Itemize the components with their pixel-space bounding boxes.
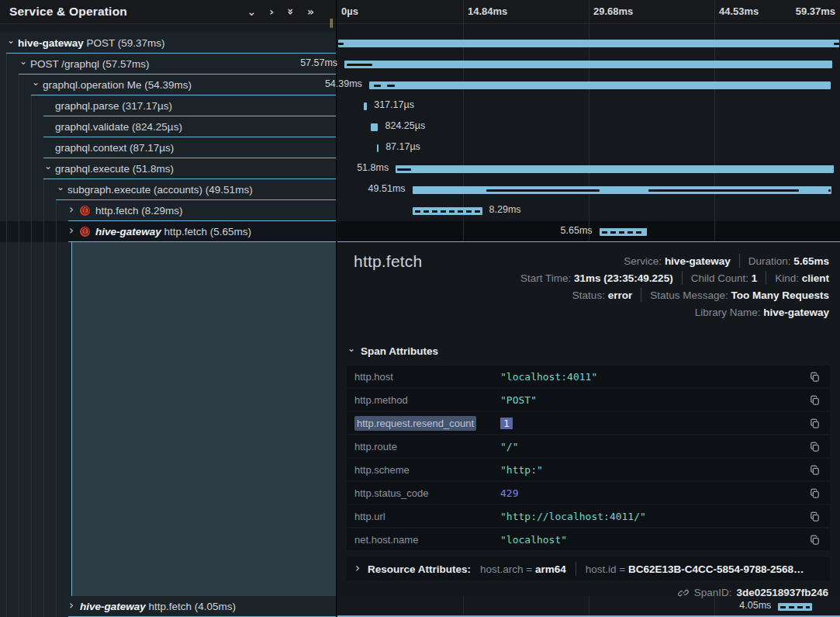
tree-row[interactable]: graphql.context (87.17µs)	[0, 137, 336, 158]
meta-line: Status: errorStatus Message: Too Many Re…	[520, 286, 829, 303]
span-detail-panel: http.fetch Service: hive-gatewayDuration…	[337, 242, 840, 596]
span-bar[interactable]	[600, 228, 647, 236]
copy-icon[interactable]	[807, 438, 822, 454]
span-id-value: 3de02518937fb246	[736, 587, 828, 598]
indent-guide	[19, 137, 31, 158]
resource-attributes-row[interactable]: Resource Attributes: host.arch = arm64ho…	[347, 557, 830, 581]
collapse-one-icon[interactable]: ⌄	[247, 6, 256, 17]
bar-child-mark	[387, 85, 395, 87]
chevron-down-icon[interactable]	[56, 185, 67, 194]
attribute-key: http.url	[354, 511, 500, 522]
meta-pair: Library Name: hive-gateway	[695, 305, 829, 319]
expand-all-icon[interactable]: »	[307, 6, 314, 17]
attribute-row[interactable]: http.method"POST"	[347, 389, 830, 411]
indent-guide	[31, 221, 43, 242]
attribute-row[interactable]: net.host.name"localhost"	[347, 529, 830, 550]
bar-child-mark	[834, 43, 839, 45]
bar-duration-label: 54.39ms	[325, 78, 362, 89]
span-label: graphql.operation Me (54.39ms)	[43, 79, 192, 91]
span-bar[interactable]	[369, 81, 831, 89]
attribute-key: net.host.name	[354, 534, 500, 546]
copy-icon[interactable]	[807, 485, 822, 501]
span-bar[interactable]	[778, 603, 812, 611]
panel-resize-handle[interactable]: ∥	[329, 17, 334, 28]
tree-spacer	[0, 24, 336, 33]
tree-row[interactable]: graphql.execute (51.8ms)	[0, 158, 336, 179]
bar-duration-label: 5.65ms	[561, 225, 593, 236]
copy-icon[interactable]	[807, 462, 822, 477]
bar-child-mark	[338, 43, 344, 45]
attribute-row[interactable]: http.scheme"http:"	[347, 459, 830, 480]
tree-row[interactable]: graphql.validate (824.25µs)	[0, 116, 336, 137]
attribute-row[interactable]: http.url"http://localhost:4011/"	[347, 505, 830, 527]
copy-icon[interactable]	[807, 415, 822, 431]
attribute-row[interactable]: http.route"/"	[347, 435, 830, 457]
indent-guide	[6, 137, 19, 158]
span-bar[interactable]	[413, 207, 482, 215]
indent-guide	[43, 179, 56, 200]
bar-duration-label: 87.17µs	[385, 141, 420, 152]
indent-guide	[6, 95, 19, 116]
copy-icon[interactable]	[807, 369, 822, 384]
attribute-value: "http://localhost:4011/"	[500, 511, 807, 522]
attribute-row[interactable]: http.request.resend_count1	[347, 412, 830, 434]
tree-row[interactable]: graphql.parse (317.17µs)	[0, 95, 336, 116]
indent-guide	[43, 221, 56, 242]
bar-duration-label: 51.8ms	[357, 162, 389, 173]
span-bar[interactable]	[364, 102, 368, 110]
chevron-down-icon[interactable]	[43, 164, 55, 173]
indent-guide	[19, 95, 31, 116]
attribute-row[interactable]: http.host"localhost:4011"	[347, 366, 830, 387]
span-label: hive-gateway POST (59.37ms)	[18, 37, 165, 49]
tree-row[interactable]: POST /graphql (57.57ms)	[0, 54, 336, 75]
span-label: subgraph.execute (accounts) (49.51ms)	[67, 184, 253, 196]
bar-child-mark	[648, 189, 799, 192]
tree-row[interactable]: hive-gateway POST (59.37ms)	[0, 33, 336, 54]
bar-duration-label: 317.17µs	[374, 99, 414, 110]
span-attributes-header[interactable]: Span Attributes	[347, 341, 830, 360]
chevron-right-icon[interactable]	[68, 226, 80, 237]
copy-icon[interactable]	[807, 392, 822, 407]
tree-row[interactable]: hive-gateway http.fetch (4.05ms)	[0, 596, 336, 617]
chevron-down-icon[interactable]	[19, 59, 30, 68]
chevron-down-icon[interactable]	[6, 38, 18, 47]
span-attributes-title: Span Attributes	[361, 345, 438, 357]
meta-pair: Start Time: 31ms (23:35:49.225)	[520, 271, 673, 285]
span-bar[interactable]	[377, 144, 379, 152]
indent-guide	[19, 179, 31, 200]
chevron-right-icon[interactable]	[68, 601, 80, 612]
bar-duration-label: 57.57ms	[300, 57, 337, 68]
copy-icon[interactable]	[807, 532, 822, 547]
indent-guide	[56, 221, 68, 242]
span-bar[interactable]	[344, 61, 832, 68]
attribute-row[interactable]: http.status_code429	[347, 482, 830, 504]
indent-guide	[6, 221, 19, 242]
indent-guide	[31, 116, 43, 137]
tree-header: Service & Operation ⌄ › » »	[0, 0, 336, 24]
indent-guide	[6, 75, 19, 95]
indent-guide	[6, 158, 19, 179]
timeline-panel: 0µs14.84ms29.68ms44.53ms59.37ms 57.57ms5…	[337, 0, 840, 617]
expand-one-icon[interactable]: ›	[269, 6, 274, 17]
indent-guide	[31, 242, 32, 596]
copy-icon[interactable]	[807, 508, 822, 524]
collapse-all-icon[interactable]: »	[285, 8, 296, 15]
meta-line: Start Time: 31ms (23:35:49.225)Child Cou…	[520, 269, 829, 286]
ruler-tick: 14.84ms	[468, 5, 507, 17]
tree-row[interactable]: http.fetch (8.29ms)	[0, 200, 336, 221]
chevron-right-icon[interactable]	[68, 205, 80, 217]
error-icon	[80, 206, 90, 216]
tree-row[interactable]: subgraph.execute (accounts) (49.51ms)	[0, 179, 336, 200]
bar-duration-label: 49.51ms	[368, 183, 406, 194]
indent-guide	[31, 137, 43, 158]
tree-row[interactable]: hive-gateway http.fetch (5.65ms)	[0, 221, 336, 242]
span-bar[interactable]	[338, 40, 840, 47]
chevron-down-icon[interactable]	[31, 80, 43, 89]
span-bar[interactable]	[371, 123, 379, 131]
span-label: hive-gateway http.fetch (4.05ms)	[80, 601, 236, 612]
indent-guide	[6, 200, 19, 221]
span-bar[interactable]	[396, 165, 834, 173]
tree-row[interactable]: graphql.operation Me (54.39ms)	[0, 75, 336, 95]
link-icon[interactable]	[678, 587, 690, 598]
indent-guide	[19, 158, 31, 179]
